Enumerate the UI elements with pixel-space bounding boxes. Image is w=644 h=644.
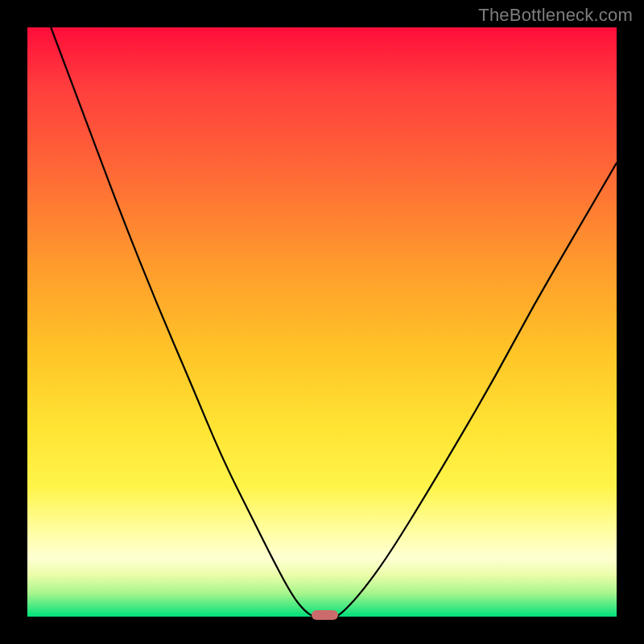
plot-area bbox=[27, 27, 617, 617]
curve-layer bbox=[27, 27, 617, 617]
watermark-text: TheBottleneck.com bbox=[478, 5, 633, 26]
chart-frame: TheBottleneck.com bbox=[0, 0, 644, 644]
bottleneck-curve-left bbox=[51, 27, 313, 617]
bottleneck-curve-right bbox=[336, 163, 617, 617]
optimal-marker bbox=[312, 610, 338, 620]
